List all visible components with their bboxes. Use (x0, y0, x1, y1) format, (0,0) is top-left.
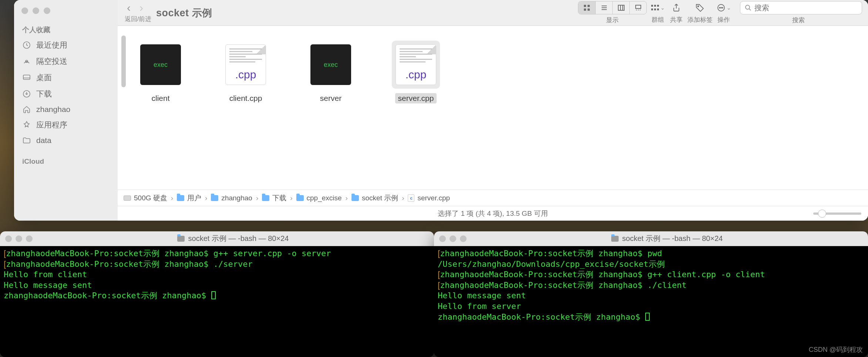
maximize-icon[interactable] (460, 235, 467, 242)
svg-rect-4 (584, 5, 586, 7)
path-bar: 500G 硬盘› 用户› zhanghao› 下载› cpp_excise› s… (118, 190, 868, 206)
file-grid[interactable]: exec client .cpp client.cpp exec server … (118, 26, 868, 190)
path-crumb[interactable]: cpp_excise (296, 194, 342, 202)
icon-view-button[interactable] (578, 1, 595, 14)
sidebar-item-data[interactable]: data (14, 133, 118, 148)
terminal-output[interactable]: [zhanghaodeMacBook-Pro:socket示例 zhanghao… (434, 246, 868, 357)
path-crumb[interactable]: zhanghao (211, 194, 252, 202)
list-view-button[interactable] (595, 1, 612, 14)
minimize-icon[interactable] (33, 7, 39, 14)
file-item-server[interactable]: exec server (301, 41, 360, 103)
folder-icon (177, 236, 185, 242)
close-icon[interactable] (439, 235, 446, 242)
finder-window: 个人收藏 最近使用 隔空投送 桌面 下载 zhanghao 应用程序 data (14, 0, 868, 221)
svg-point-20 (722, 7, 723, 8)
column-view-button[interactable] (612, 1, 629, 14)
zoom-slider[interactable] (813, 212, 861, 215)
window-title: socket 示例 (156, 6, 212, 20)
desktop-icon (22, 73, 31, 82)
cpp-file-icon: .cpp (396, 44, 436, 85)
svg-point-19 (721, 7, 721, 8)
maximize-icon[interactable] (44, 7, 50, 14)
svg-rect-13 (654, 8, 656, 10)
sidebar-item-label: 应用程序 (36, 120, 67, 130)
path-crumb[interactable]: 用户 (177, 193, 201, 203)
clock-icon (22, 41, 31, 50)
terminal-title: socket 示例 — -bash — 80×24 (188, 234, 289, 244)
minimize-icon[interactable] (16, 235, 22, 242)
exec-icon: exec (140, 44, 181, 85)
file-item-server-cpp[interactable]: .cpp server.cpp (386, 41, 445, 103)
svg-point-21 (746, 5, 750, 9)
terminal-output[interactable]: [zhanghaodeMacBook-Pro:socket示例 zhanghao… (0, 246, 434, 357)
svg-rect-7 (588, 8, 590, 11)
file-item-client-cpp[interactable]: .cpp client.cpp (216, 41, 275, 103)
close-icon[interactable] (21, 7, 28, 14)
close-icon[interactable] (5, 235, 12, 242)
window-controls (14, 5, 118, 22)
path-crumb[interactable]: 500G 硬盘 (124, 193, 167, 203)
group-by-button[interactable]: ⌄ (650, 1, 665, 14)
svg-rect-2 (23, 75, 30, 79)
search-field[interactable] (740, 1, 862, 14)
tags-label: 添加标签 (687, 16, 713, 24)
svg-rect-9 (636, 5, 641, 8)
forward-button[interactable]: › (136, 2, 147, 13)
path-crumb[interactable]: cserver.cpp (408, 194, 450, 202)
sidebar-item-label: 最近使用 (36, 40, 67, 50)
file-name: client (148, 93, 172, 103)
svg-point-18 (719, 7, 720, 8)
cpp-file-icon: .cpp (225, 44, 266, 85)
finder-toolbar: ‹ › 返回/前进 socket 示例 显示 ⌄ 群组 (118, 0, 868, 26)
cpp-icon: c (408, 194, 414, 202)
file-item-client[interactable]: exec client (131, 41, 190, 103)
exec-icon: exec (310, 44, 351, 85)
folder-icon (262, 195, 269, 201)
nav-label: 返回/前进 (125, 15, 152, 23)
svg-rect-8 (618, 5, 624, 10)
view-label: 显示 (606, 16, 619, 24)
terminal-title: socket 示例 — -bash — 80×24 (622, 234, 723, 244)
svg-point-16 (698, 6, 699, 7)
folder-icon (296, 195, 304, 201)
search-input[interactable] (754, 4, 857, 12)
path-crumb[interactable]: socket 示例 (351, 193, 398, 203)
svg-rect-15 (657, 8, 659, 10)
terminal-left: socket 示例 — -bash — 80×24 [zhanghaodeMac… (0, 231, 434, 357)
sidebar-item-applications[interactable]: 应用程序 (14, 117, 118, 133)
share-button[interactable] (669, 1, 684, 14)
home-icon (22, 105, 31, 114)
sidebar-item-recents[interactable]: 最近使用 (14, 37, 118, 53)
folder-icon (351, 195, 359, 201)
maximize-icon[interactable] (26, 235, 33, 242)
actions-button[interactable]: ⌄ (716, 1, 731, 14)
terminal-right: socket 示例 — -bash — 80×24 [zhanghaodeMac… (434, 231, 868, 357)
file-name: server.cpp (395, 93, 437, 103)
sidebar-item-label: data (36, 136, 51, 145)
folder-icon (177, 195, 184, 201)
folder-icon (211, 195, 218, 201)
sidebar-item-home[interactable]: zhanghao (14, 102, 118, 117)
gallery-view-button[interactable] (629, 1, 646, 14)
sidebar-item-desktop[interactable]: 桌面 (14, 69, 118, 86)
minimize-icon[interactable] (450, 235, 456, 242)
sidebar-item-downloads[interactable]: 下载 (14, 86, 118, 102)
status-text: 选择了 1 项 (共 4 项), 13.5 GB 可用 (438, 209, 548, 218)
svg-rect-14 (657, 5, 659, 7)
sidebar-heading-icloud: iCloud (14, 154, 118, 168)
groups-label: 群组 (652, 16, 664, 24)
finder-sidebar: 个人收藏 最近使用 隔空投送 桌面 下载 zhanghao 应用程序 data (14, 0, 118, 221)
back-button[interactable]: ‹ (124, 2, 134, 13)
path-crumb[interactable]: 下载 (262, 193, 286, 203)
sidebar-heading-favorites: 个人收藏 (14, 22, 118, 37)
tags-button[interactable] (693, 1, 707, 14)
svg-rect-12 (654, 5, 656, 7)
watermark: CSDN @码到程攻 (809, 345, 863, 354)
sidebar-scrollbar[interactable] (121, 35, 126, 87)
svg-rect-10 (651, 5, 653, 7)
finder-main: ‹ › 返回/前进 socket 示例 显示 ⌄ 群组 (118, 0, 868, 221)
svg-rect-6 (584, 8, 586, 11)
terminal-titlebar: socket 示例 — -bash — 80×24 (434, 231, 868, 246)
sidebar-item-airdrop[interactable]: 隔空投送 (14, 53, 118, 69)
drive-icon (124, 196, 131, 201)
